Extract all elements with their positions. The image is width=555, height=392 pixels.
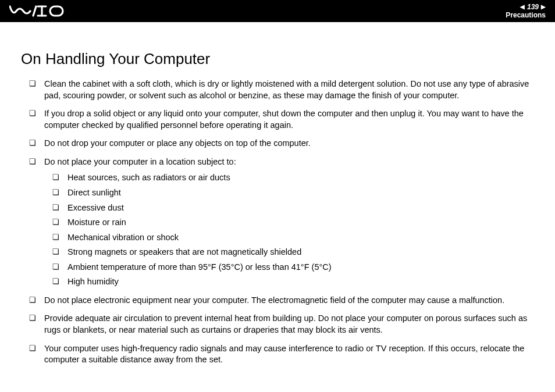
page-nav: ◀ 139 ▶: [506, 3, 546, 11]
list-item: If you drop a solid object or any liquid…: [29, 108, 534, 131]
vaio-logo: [9, 5, 65, 17]
list-item: High humidity: [52, 276, 534, 288]
page-header: ◀ 139 ▶ Precautions: [0, 0, 555, 22]
list-item: Do not place your computer in a location…: [29, 156, 534, 288]
list-item: Direct sunlight: [52, 187, 534, 199]
svg-rect-4: [50, 6, 63, 16]
page-number: 139: [527, 3, 539, 11]
list-item: Ambient temperature of more than 95°F (3…: [52, 262, 534, 273]
list-item: Heat sources, such as radiators or air d…: [52, 172, 534, 184]
precautions-list: Clean the cabinet with a soft cloth, whi…: [21, 79, 534, 366]
svg-line-0: [33, 6, 36, 16]
header-right: ◀ 139 ▶ Precautions: [506, 3, 546, 20]
prev-page-arrow[interactable]: ◀: [520, 3, 525, 10]
list-item: Excessive dust: [52, 202, 534, 214]
sub-list: Heat sources, such as radiators or air d…: [44, 172, 534, 288]
page-content: On Handling Your Computer Clean the cabi…: [0, 22, 555, 384]
list-item-text: Do not place your computer in a location…: [44, 157, 236, 166]
list-item: Do not drop your computer or place any o…: [29, 138, 534, 149]
list-item: Moisture or rain: [52, 217, 534, 229]
section-label: Precautions: [506, 11, 546, 19]
list-item: Strong magnets or speakers that are not …: [52, 247, 534, 258]
next-page-arrow[interactable]: ▶: [541, 3, 546, 10]
list-item: Mechanical vibration or shock: [52, 232, 534, 244]
list-item: Clean the cabinet with a soft cloth, whi…: [29, 79, 534, 101]
list-item: Provide adequate air circulation to prev…: [29, 313, 534, 336]
list-item: Do not place electronic equipment near y…: [29, 295, 534, 307]
page-title: On Handling Your Computer: [21, 50, 534, 68]
list-item: Your computer uses high-frequency radio …: [29, 343, 534, 366]
